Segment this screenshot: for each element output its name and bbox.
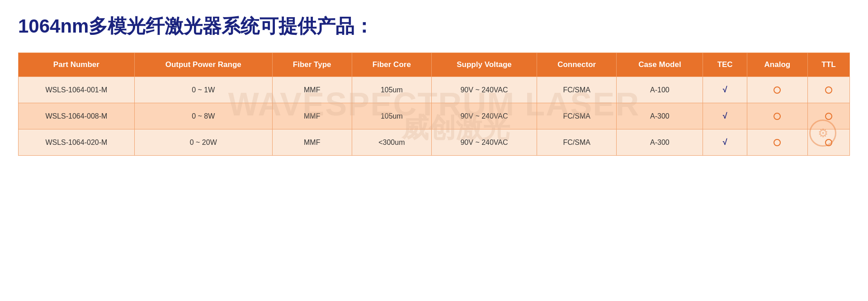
check-icon: √ [723,85,727,94]
col-case-model: Case Model [617,53,703,77]
circle-icon [774,139,781,146]
cell-fiber-type: MMF [272,77,352,103]
cell-tec: √ [703,103,747,129]
circle-icon [825,113,832,120]
col-output-power: Output Power Range [134,53,272,77]
cell-part-number: WSLS-1064-008-M [19,103,135,129]
table-row: WSLS-1064-020-M0 ~ 20WMMF<300um90V ~ 240… [19,129,850,156]
cell-fiber-type: MMF [272,103,352,129]
cell-fiber-core: 105um [352,77,431,103]
cell-connector: FC/SMA [537,129,616,156]
cell-output-power: 0 ~ 20W [134,129,272,156]
cell-output-power: 0 ~ 8W [134,103,272,129]
cell-case-model: A-300 [617,103,703,129]
col-tec: TEC [703,53,747,77]
cell-supply-voltage: 90V ~ 240VAC [432,103,537,129]
cell-tec: √ [703,129,747,156]
cell-fiber-core: <300um [352,129,431,156]
col-ttl: TTL [807,53,849,77]
cell-analog [747,103,807,129]
cell-case-model: A-300 [617,129,703,156]
circle-icon [774,113,781,120]
page-title: 1064nm多模光纤激光器系统可提供产品： [18,14,850,39]
col-supply-voltage: Supply Voltage [432,53,537,77]
col-fiber-core: Fiber Core [352,53,431,77]
col-connector: Connector [537,53,616,77]
cell-connector: FC/SMA [537,103,616,129]
check-icon: √ [723,111,727,120]
table-row: WSLS-1064-008-M0 ~ 8WMMF105um90V ~ 240VA… [19,103,850,129]
cell-analog [747,77,807,103]
col-part-number: Part Number [19,53,135,77]
cell-analog [747,129,807,156]
col-analog: Analog [747,53,807,77]
cell-part-number: WSLS-1064-001-M [19,77,135,103]
product-table-container: WAVESPECTRUM LASER 威创激光 Part Number Outp… [18,53,850,156]
cell-part-number: WSLS-1064-020-M [19,129,135,156]
cell-ttl [807,77,849,103]
cell-tec: √ [703,77,747,103]
circle-icon [825,139,832,146]
cell-fiber-type: MMF [272,129,352,156]
cell-ttl [807,129,849,156]
product-table: Part Number Output Power Range Fiber Typ… [18,53,850,156]
cell-ttl [807,103,849,129]
cell-output-power: 0 ~ 1W [134,77,272,103]
circle-icon [774,86,781,94]
table-header-row: Part Number Output Power Range Fiber Typ… [19,53,850,77]
cell-supply-voltage: 90V ~ 240VAC [432,77,537,103]
cell-connector: FC/SMA [537,77,616,103]
col-fiber-type: Fiber Type [272,53,352,77]
circle-icon [825,86,832,94]
cell-case-model: A-100 [617,77,703,103]
cell-supply-voltage: 90V ~ 240VAC [432,129,537,156]
check-icon: √ [723,138,727,147]
cell-fiber-core: 105um [352,103,431,129]
table-row: WSLS-1064-001-M0 ~ 1WMMF105um90V ~ 240VA… [19,77,850,103]
